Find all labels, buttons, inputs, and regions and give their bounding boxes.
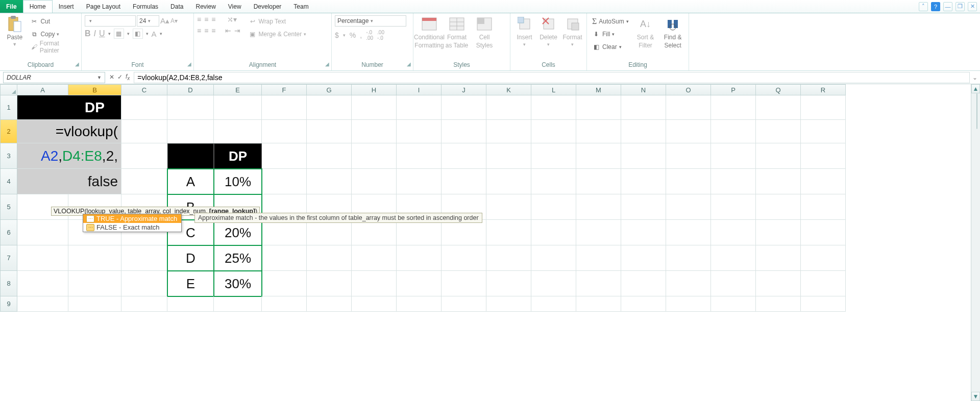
- cell-N7[interactable]: [621, 245, 666, 271]
- cell-K3[interactable]: [486, 143, 531, 169]
- wrap-text-button[interactable]: ↩Wrap Text: [247, 15, 309, 28]
- number-format-select[interactable]: Percentage▾: [335, 15, 406, 27]
- cell-C4[interactable]: [121, 169, 167, 194]
- delete-cells-button[interactable]: Delete▾: [537, 15, 559, 47]
- cell-C3[interactable]: [121, 143, 167, 169]
- col-header-H[interactable]: H: [352, 84, 397, 95]
- cell-L6[interactable]: [531, 220, 576, 245]
- cell-A1[interactable]: [17, 95, 68, 120]
- cell-C7[interactable]: [121, 245, 167, 271]
- cell-P4[interactable]: [711, 169, 756, 194]
- find-select-button[interactable]: Find &Select: [660, 15, 685, 49]
- cell-J9[interactable]: [442, 296, 486, 312]
- cell-F4[interactable]: [262, 169, 307, 194]
- cell-Q3[interactable]: [756, 143, 801, 169]
- cell-L3[interactable]: [531, 143, 576, 169]
- cell-A4[interactable]: [17, 169, 68, 194]
- font-size-select[interactable]: 24▾: [137, 15, 159, 27]
- fill-button[interactable]: ⬇Fill▾: [590, 28, 631, 40]
- cell-F3[interactable]: [262, 143, 307, 169]
- cell-I7[interactable]: [397, 245, 442, 271]
- cell-O3[interactable]: [666, 143, 711, 169]
- cell-H8[interactable]: [352, 271, 397, 296]
- cell-H4[interactable]: [352, 169, 397, 194]
- cell-R9[interactable]: [801, 296, 846, 312]
- cell-I8[interactable]: [397, 271, 442, 296]
- cell-C8[interactable]: [121, 271, 167, 296]
- vertical-scrollbar[interactable]: ▲ ▼: [971, 84, 980, 401]
- cell-M1[interactable]: [576, 95, 621, 120]
- cell-F1[interactable]: [262, 95, 307, 120]
- font-family-select[interactable]: ▾: [85, 15, 136, 27]
- col-header-P[interactable]: P: [711, 84, 756, 95]
- cell-L8[interactable]: [531, 271, 576, 296]
- cell-O7[interactable]: [666, 245, 711, 271]
- tab-home[interactable]: Home: [23, 0, 53, 13]
- option-false[interactable]: ⋯FALSE - Exact match: [83, 223, 181, 232]
- cell-D7[interactable]: D: [167, 245, 214, 271]
- select-all-corner[interactable]: [0, 84, 17, 95]
- cell-E8[interactable]: 30%: [214, 271, 262, 296]
- cell-L9[interactable]: [531, 296, 576, 312]
- currency-button[interactable]: $: [335, 31, 339, 39]
- cell-N4[interactable]: [621, 169, 666, 194]
- window-minimize-icon[interactable]: —: [943, 2, 952, 11]
- cell-R4[interactable]: [801, 169, 846, 194]
- cell-O2[interactable]: [666, 120, 711, 143]
- cell-K4[interactable]: [486, 169, 531, 194]
- name-box[interactable]: DOLLAR▼: [3, 72, 105, 83]
- cell-B2[interactable]: =vlookup(: [68, 120, 121, 143]
- format-painter-button[interactable]: 🖌Format Painter: [28, 41, 78, 53]
- cell-L7[interactable]: [531, 245, 576, 271]
- cell-K2[interactable]: [486, 120, 531, 143]
- row-header-2[interactable]: 2: [0, 120, 17, 143]
- cell-J4[interactable]: [442, 169, 486, 194]
- cell-O5[interactable]: [666, 194, 711, 220]
- paste-button[interactable]: Paste ▼: [3, 15, 26, 47]
- col-header-A[interactable]: A: [17, 84, 68, 95]
- sort-filter-button[interactable]: A↓Sort &Filter: [633, 15, 658, 49]
- cancel-formula-icon[interactable]: ✕: [109, 73, 114, 81]
- row-header-9[interactable]: 9: [0, 296, 17, 312]
- cell-N6[interactable]: [621, 220, 666, 245]
- cell-F7[interactable]: [262, 245, 307, 271]
- cell-R8[interactable]: [801, 271, 846, 296]
- tab-data[interactable]: Data: [164, 0, 189, 13]
- enter-formula-icon[interactable]: ✓: [117, 73, 122, 81]
- cell-Q7[interactable]: [756, 245, 801, 271]
- cell-I9[interactable]: [397, 296, 442, 312]
- cell-J7[interactable]: [442, 245, 486, 271]
- autosum-button[interactable]: ΣAutoSum▾: [590, 15, 631, 28]
- cell-D2[interactable]: [167, 120, 214, 143]
- cell-E2[interactable]: [214, 120, 262, 143]
- col-header-M[interactable]: M: [576, 84, 621, 95]
- cell-K6[interactable]: [486, 220, 531, 245]
- conditional-formatting-button[interactable]: ConditionalFormatting: [416, 15, 442, 49]
- cell-P2[interactable]: [711, 120, 756, 143]
- cell-G6[interactable]: [307, 220, 352, 245]
- increase-indent-icon[interactable]: ⇥: [234, 27, 240, 35]
- cell-M6[interactable]: [576, 220, 621, 245]
- cell-E4[interactable]: 10%: [214, 169, 262, 194]
- comma-button[interactable]: ,: [360, 31, 362, 39]
- decrease-font-icon[interactable]: A▾: [170, 17, 178, 24]
- cell-M5[interactable]: [576, 194, 621, 220]
- option-true[interactable]: ⋯TRUE - Approximate match: [83, 214, 181, 223]
- cell-Q8[interactable]: [756, 271, 801, 296]
- italic-button[interactable]: I: [94, 29, 96, 38]
- cell-C1[interactable]: [121, 95, 167, 120]
- cell-B1[interactable]: DP: [68, 95, 121, 120]
- cell-N3[interactable]: [621, 143, 666, 169]
- cell-K9[interactable]: [486, 296, 531, 312]
- cell-F2[interactable]: [262, 120, 307, 143]
- orientation-icon[interactable]: ⤭▾: [227, 15, 237, 23]
- font-color-button[interactable]: A: [152, 30, 157, 38]
- bold-button[interactable]: B: [85, 29, 91, 38]
- col-header-I[interactable]: I: [397, 84, 442, 95]
- cell-P9[interactable]: [711, 296, 756, 312]
- cell-G1[interactable]: [307, 95, 352, 120]
- cell-Q5[interactable]: [756, 194, 801, 220]
- insert-cells-button[interactable]: Insert▾: [513, 15, 535, 47]
- cell-styles-button[interactable]: CellStyles: [472, 15, 497, 49]
- cell-M7[interactable]: [576, 245, 621, 271]
